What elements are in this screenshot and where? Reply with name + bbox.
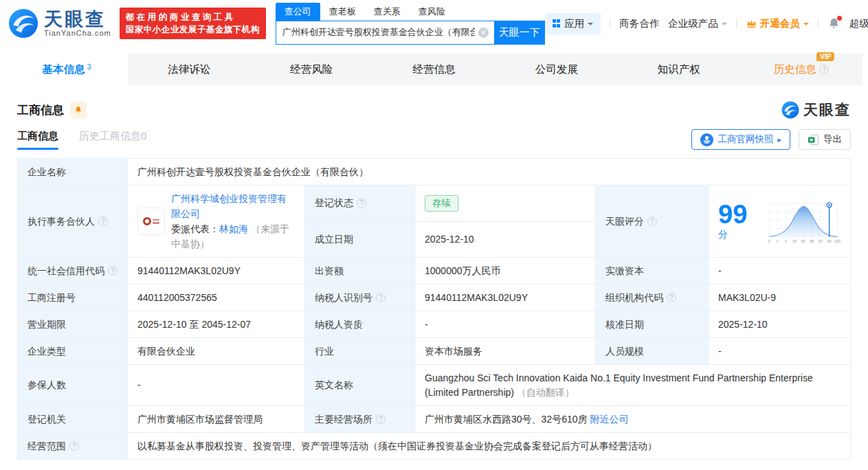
executive-partner-label: 执行事务合伙人 <box>27 214 95 229</box>
paid-capital-label: 实缴资本 <box>605 264 644 278</box>
svg-text:0: 0 <box>768 239 770 243</box>
search-tab-risk[interactable]: 查风险 <box>410 3 454 21</box>
business-term-label: 营业期限 <box>27 317 66 332</box>
industry-label: 行业 <box>315 344 334 359</box>
search-area: 查公司 查老板 查关系 查风险 ✕ 天眼一下 <box>276 3 545 45</box>
snapshot-button[interactable]: 工商官网快照 ▸ <box>691 129 790 150</box>
partner-company-link[interactable]: 广州科学城创业投资管理有限公司 <box>171 193 287 219</box>
search-tab-company[interactable]: 查公司 <box>276 3 320 21</box>
slogan-line1: 都在用的商业查询工具 <box>126 11 260 23</box>
label-cell: 行业 <box>305 338 415 365</box>
subscribe-bell-icon[interactable] <box>70 102 87 118</box>
svg-text:1: 1 <box>777 239 779 243</box>
svg-text:3: 3 <box>784 239 786 243</box>
registry-value: 广州市黄埔区市场监督管理局 <box>128 406 305 433</box>
tab-basic-info[interactable]: 基本信息 3 <box>5 54 128 85</box>
tianyancha-logo[interactable]: 天眼查 TianYanCha.com <box>8 8 111 38</box>
capital-label: 出资额 <box>315 264 344 278</box>
tab-intellectual-property[interactable]: 知识产权 <box>618 54 740 85</box>
tab-operating-risk[interactable]: 经营风险 <box>250 54 372 85</box>
enterprise-label: 企业级产品 <box>668 17 718 30</box>
nav-super-risk[interactable]: 超级风... <box>849 17 868 30</box>
search-tab-relation[interactable]: 查关系 <box>365 3 410 21</box>
label-cell: 登记状态 <box>305 186 415 222</box>
establish-date-label: 成立日期 <box>315 232 353 247</box>
tab-label: 经营风险 <box>290 63 333 77</box>
label-cell: 人员规模 <box>596 338 709 365</box>
search-tab-boss[interactable]: 查老板 <box>320 3 365 21</box>
clear-search-icon[interactable]: ✕ <box>478 27 489 38</box>
label-cell: 主要经营场所 <box>305 406 415 433</box>
tab-operating-info[interactable]: 经营信息 <box>372 54 495 85</box>
score-distribution-chart: 0 1 3 15 50 85 97 99 100 <box>764 197 841 246</box>
status-badge: 存续 <box>425 195 458 212</box>
establish-date-value: 2025-12-10 <box>415 221 596 258</box>
nearby-companies-link[interactable]: 附近公司 <box>590 414 628 425</box>
tab-company-development[interactable]: 公司发展 <box>496 54 618 85</box>
notification-dot <box>837 16 842 21</box>
search-button[interactable]: 天眼一下 <box>494 21 545 45</box>
credit-code-label: 统一社会信用代码 <box>27 264 104 278</box>
bell-icon <box>74 106 82 114</box>
help-icon <box>647 216 657 226</box>
subtab-history-business-info[interactable]: 历史工商信息0 <box>79 130 146 150</box>
seal-text <box>153 219 159 224</box>
taxpayer-id-label: 纳税人识别号 <box>315 291 372 305</box>
svg-text:50: 50 <box>801 239 805 243</box>
registration-number-value: 440112005372565 <box>128 284 305 311</box>
company-tabs: 基本信息 3 法律诉讼 经营风险 经营信息 公司发展 知识产权 VIP 历史信息 <box>5 54 863 85</box>
english-name-cell: Guangzhou Sci Tech Innovation Kaida No.1… <box>415 365 851 406</box>
nav-cooperation[interactable]: 商务合作 <box>619 17 659 30</box>
help-icon <box>357 199 366 208</box>
company-name-label: 企业名称 <box>27 165 66 179</box>
auto-translate-note: （自动翻译） <box>517 387 575 398</box>
paid-capital-value: - <box>709 258 851 284</box>
divider <box>736 19 737 29</box>
label-cell: 出资额 <box>305 258 415 284</box>
label-cell: 营业期限 <box>18 311 128 338</box>
score-axis-labels: 0 1 3 15 50 85 97 99 100 <box>768 239 841 243</box>
search-tabs: 查公司 查老板 查关系 查风险 <box>276 3 545 21</box>
industry-value: 资本市场服务 <box>415 338 596 365</box>
tab-legal-proceedings[interactable]: 法律诉讼 <box>128 54 250 85</box>
business-term-value: 2025-12-10 至 2045-12-07 <box>128 311 305 338</box>
english-name-label: 英文名称 <box>315 378 353 392</box>
label-cell: 工商注册号 <box>18 284 128 311</box>
label-cell: 纳税人识别号 <box>305 284 415 311</box>
nav-enterprise-products[interactable]: 企业级产品 <box>668 17 727 30</box>
crown-icon <box>746 18 757 30</box>
representative-link[interactable]: 林如海 <box>219 223 248 234</box>
representative-label: 委派代表： <box>171 223 219 234</box>
org-code-label: 组织机构代码 <box>605 291 663 305</box>
label-cell: 组织机构代码 <box>596 284 709 311</box>
notification-bell[interactable] <box>827 17 841 30</box>
chevron-down-icon <box>803 23 809 28</box>
svg-text:85: 85 <box>810 239 814 243</box>
executive-partner-cell: 广州科学城创业投资管理有限公司 委派代表：林如海 （来源于中基协） <box>128 186 305 258</box>
divider <box>818 19 819 29</box>
help-icon <box>98 216 108 226</box>
subtab-business-info[interactable]: 工商信息 <box>17 130 58 150</box>
approval-date-value: 2025-12-10 <box>709 311 851 338</box>
label-cell: 经营范围 <box>18 433 128 460</box>
company-name-value: 广州科创开达壹号股权投资基金合伙企业（有限合伙） <box>128 159 851 186</box>
business-info-table: 企业名称 广州科创开达壹号股权投资基金合伙企业（有限合伙） 执行事务合伙人 广州… <box>17 158 851 460</box>
export-button[interactable]: 导出 <box>799 129 851 150</box>
help-icon <box>108 266 118 276</box>
search-input[interactable] <box>276 21 494 45</box>
tab-label: 法律诉讼 <box>168 63 210 77</box>
tab-label: 知识产权 <box>658 63 700 77</box>
tab-history-info[interactable]: VIP 历史信息 <box>740 54 863 85</box>
business-scope-label: 经营范围 <box>27 439 66 454</box>
apps-menu[interactable]: 应用 <box>545 13 601 34</box>
label-cell: 实缴资本 <box>596 258 709 284</box>
tianyancha-logo-icon <box>8 8 38 38</box>
insured-count-label: 参保人数 <box>27 378 66 392</box>
seal-icon <box>143 217 151 225</box>
partner-company-logo <box>137 208 165 235</box>
svg-text:97: 97 <box>819 239 823 243</box>
tab-basic-info-count: 3 <box>87 63 91 71</box>
taxpayer-qualification-value: - <box>415 311 596 338</box>
svg-text:15: 15 <box>792 239 797 243</box>
nav-open-vip[interactable]: 开通会员 <box>746 17 809 30</box>
